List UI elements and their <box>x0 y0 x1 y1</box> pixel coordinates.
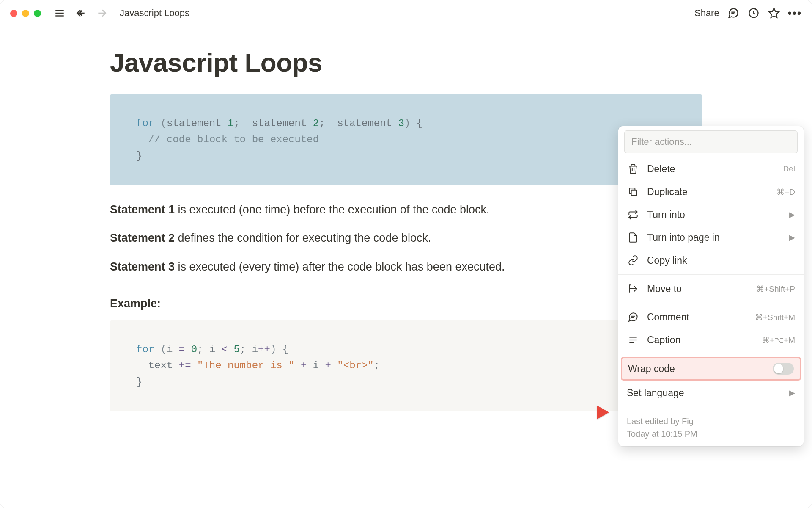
topbar-right: Share ••• <box>694 7 802 20</box>
close-window-button[interactable] <box>10 10 17 17</box>
menu-item-set-language[interactable]: Set language▶ <box>618 381 804 404</box>
chevron-right-icon: ▶ <box>789 388 795 398</box>
menu-item-label: Turn into page in <box>647 232 789 243</box>
forward-button[interactable] <box>94 6 110 21</box>
keyboard-shortcut: ⌘+Shift+P <box>756 284 795 294</box>
comments-icon[interactable] <box>727 7 740 19</box>
menu-footer: Last edited by Fig Today at 10:15 PM <box>618 410 804 446</box>
menu-item-caption[interactable]: Caption⌘+⌥+M <box>618 329 804 351</box>
comment-icon <box>627 311 639 323</box>
favorite-icon[interactable] <box>768 7 780 19</box>
chevron-right-icon: ▶ <box>789 210 795 219</box>
menu-item-label: Caption <box>647 334 762 346</box>
menu-divider <box>618 303 804 303</box>
menu-item-wrap-code[interactable]: Wrap code <box>621 357 801 381</box>
svg-marker-9 <box>769 8 779 17</box>
keyboard-shortcut: ⌘+Shift+M <box>755 312 795 322</box>
app-window: Javascript Loops Share ••• Javascript Lo… <box>0 0 812 508</box>
duplicate-icon <box>627 185 639 198</box>
menu-item-duplicate[interactable]: Duplicate⌘+D <box>618 180 804 203</box>
menu-item-label: Comment <box>647 312 755 323</box>
menu-item-copy-link[interactable]: Copy link <box>618 249 804 272</box>
keyboard-shortcut: ⌘+⌥+M <box>762 335 795 345</box>
chevron-right-icon: ▶ <box>789 233 795 242</box>
menu-item-move-to[interactable]: Move to⌘+Shift+P <box>618 277 804 300</box>
copy-link-icon <box>627 254 639 267</box>
page-title[interactable]: Javascript Loops <box>110 47 702 77</box>
move-to-icon <box>627 282 639 295</box>
filter-box <box>624 130 798 153</box>
menu-item-delete[interactable]: DeleteDel <box>618 157 804 180</box>
share-button[interactable]: Share <box>694 8 719 19</box>
menu-item-label: Delete <box>647 163 783 175</box>
menu-item-comment[interactable]: Comment⌘+Shift+M <box>618 306 804 329</box>
breadcrumb[interactable]: Javascript Loops <box>120 8 189 19</box>
minimize-window-button[interactable] <box>22 10 29 17</box>
keyboard-shortcut: Del <box>783 164 795 174</box>
hamburger-menu-icon[interactable] <box>52 6 67 21</box>
filter-actions-input[interactable] <box>624 130 798 153</box>
delete-icon <box>627 163 639 175</box>
svg-rect-12 <box>631 190 637 196</box>
menu-divider <box>618 274 804 275</box>
caption-icon <box>627 334 639 346</box>
menu-item-label: Duplicate <box>647 186 776 198</box>
statement-2[interactable]: Statement 2 defines the condition for ex… <box>110 229 702 247</box>
menu-item-label: Copy link <box>647 255 795 266</box>
menu-item-label: Wrap code <box>628 363 773 375</box>
menu-divider <box>618 407 804 407</box>
traffic-lights <box>10 10 41 17</box>
menu-divider <box>618 354 804 354</box>
menu-item-label: Move to <box>647 283 756 295</box>
updates-icon[interactable] <box>747 7 760 19</box>
more-icon[interactable]: ••• <box>788 7 802 20</box>
menu-item-label: Turn into <box>647 209 789 221</box>
code-block-1[interactable]: for (statement 1; statement 2; statement… <box>110 94 702 185</box>
keyboard-shortcut: ⌘+D <box>776 187 795 197</box>
turn-into-icon <box>627 208 639 221</box>
menu-item-label: Set language <box>627 387 789 399</box>
menu-item-turn-into[interactable]: Turn into▶ <box>618 203 804 226</box>
last-edited-by: Last edited by Fig <box>627 415 795 428</box>
maximize-window-button[interactable] <box>34 10 41 17</box>
block-context-menu: DeleteDelDuplicate⌘+DTurn into▶Turn into… <box>618 126 804 446</box>
statement-3[interactable]: Statement 3 is executed (every time) aft… <box>110 258 702 276</box>
topbar-left: Javascript Loops <box>10 6 189 21</box>
code-block-2[interactable]: for (i = 0; i < 5; i++) { text += "The n… <box>110 320 702 411</box>
example-heading[interactable]: Example: <box>110 297 702 310</box>
last-edited-time: Today at 10:15 PM <box>627 428 795 440</box>
menu-item-turn-into-page[interactable]: Turn into page in▶ <box>618 226 804 249</box>
topbar: Javascript Loops Share ••• <box>0 0 812 26</box>
wrap-code-toggle[interactable] <box>773 363 794 375</box>
turn-into-page-icon <box>627 231 639 244</box>
statement-1[interactable]: Statement 1 is executed (one time) befor… <box>110 201 702 219</box>
back-button[interactable] <box>73 6 88 21</box>
